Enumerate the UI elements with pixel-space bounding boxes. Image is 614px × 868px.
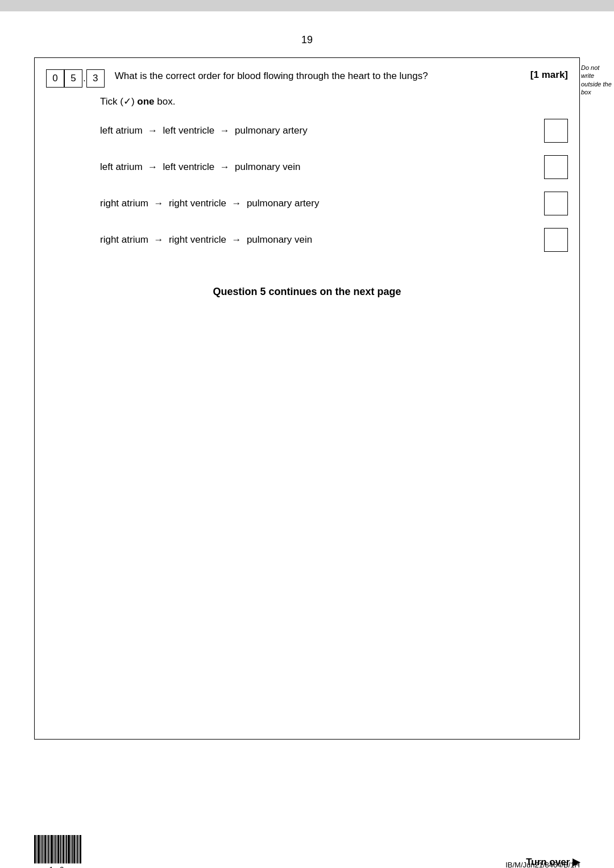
question-row-header: What is the correct order for blood flow… (115, 69, 568, 83)
num-box-3: 3 (86, 69, 105, 88)
option-text-4: right atrium → right ventricle → pulmona… (100, 234, 527, 246)
barcode-bar (40, 835, 41, 863)
tick-box-4[interactable] (544, 228, 568, 252)
exam-page: 19 Do not write outside the box 0 5 . 3 … (0, 11, 614, 868)
barcode-bar (56, 835, 57, 863)
barcode-image (34, 835, 81, 863)
barcode-bar (66, 835, 67, 863)
barcode-bar (47, 835, 47, 863)
option-row-3: right atrium → right ventricle → pulmona… (100, 192, 568, 215)
options-section: left atrium → left ventricle → pulmonary… (100, 119, 568, 252)
tick-box-1[interactable] (544, 119, 568, 143)
barcode-bar (61, 835, 62, 863)
option-text-3: right atrium → right ventricle → pulmona… (100, 198, 527, 209)
num-box-5: 5 (64, 69, 82, 88)
barcode-bar (48, 835, 49, 863)
barcode-number: 1 9 (49, 865, 66, 868)
exam-code: IB/M/Jun21/8464/B/1H (505, 861, 580, 868)
barcode-bar (43, 835, 44, 863)
barcode-bar (53, 835, 54, 863)
option-text-2: left atrium → left ventricle → pulmonary… (100, 161, 527, 173)
option-row-4: right atrium → right ventricle → pulmona… (100, 228, 568, 252)
barcode-bar (63, 835, 64, 863)
barcode-bar (77, 835, 78, 863)
barcode-bar (42, 835, 43, 863)
barcode-bar (65, 835, 65, 863)
tick-box-2[interactable] (544, 155, 568, 179)
mark-label: [1 mark] (530, 69, 568, 81)
barcode-bar (73, 835, 75, 863)
tick-box-3[interactable] (544, 192, 568, 215)
barcode-bar (55, 835, 56, 863)
continues-text: Question 5 continues on the next page (46, 286, 568, 298)
barcode-bar (72, 835, 73, 863)
question-text-wrapper: What is the correct order for blood flow… (115, 69, 525, 83)
tick-instruction: Tick (✓) one box. (100, 95, 568, 107)
barcode-bar (34, 835, 36, 863)
barcode-bar (76, 835, 76, 863)
barcode-bar (78, 835, 79, 863)
question-header: 0 5 . 3 What is the correct order for bl… (46, 69, 568, 88)
barcode-bar (49, 835, 50, 863)
barcode-bar (44, 835, 46, 863)
barcode-bar (57, 835, 59, 863)
barcode-bar (51, 835, 53, 863)
option-row-2: left atrium → left ventricle → pulmonary… (100, 155, 568, 179)
question-border: Do not write outside the box 0 5 . 3 Wha… (34, 57, 580, 740)
num-dot: . (83, 73, 86, 84)
barcode-bar (80, 835, 81, 863)
do-not-write-notice: Do not write outside the box (581, 64, 612, 96)
tick-instruction-bold: one (137, 96, 154, 107)
num-box-0: 0 (46, 69, 64, 88)
barcode-bar (70, 835, 71, 863)
barcode-bar (38, 835, 40, 863)
option-row-1: left atrium → left ventricle → pulmonary… (100, 119, 568, 143)
barcode-bar (36, 835, 37, 863)
barcode-section: 1 9 (34, 835, 81, 868)
page-number: 19 (34, 34, 580, 46)
barcode-bar (60, 835, 61, 863)
option-text-1: left atrium → left ventricle → pulmonary… (100, 125, 527, 136)
question-text: What is the correct order for blood flow… (115, 69, 525, 83)
barcode-bar (68, 835, 70, 863)
question-number: 0 5 . 3 (46, 69, 105, 88)
